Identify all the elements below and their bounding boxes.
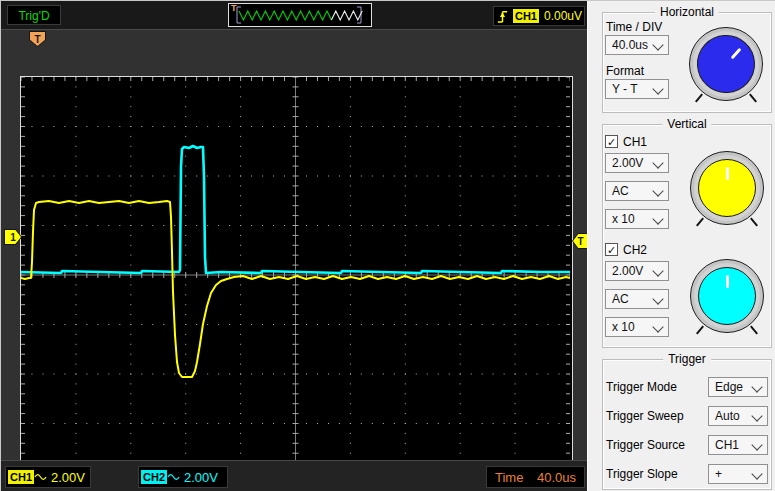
horizontal-position-knob[interactable]	[689, 27, 763, 101]
trigger-readout-panel: CH1 0.00uV	[493, 6, 585, 26]
trigger-source-badge: CH1	[513, 9, 539, 23]
ch2-probe-select[interactable]: x 10	[605, 317, 669, 337]
control-panel: Horizontal Time / DIV 40.0us Format Y - …	[587, 1, 775, 491]
time-div-select[interactable]: 40.0us	[605, 35, 669, 55]
chevron-down-icon	[652, 185, 663, 196]
ch2-coupling-option: AC	[612, 292, 629, 306]
scope-display-area: CH1:+Duty = ***** T 1 T	[1, 30, 587, 460]
trigger-sweep-label: Trigger Sweep	[606, 409, 684, 423]
time-div-label: Time / DIV	[606, 20, 662, 34]
ch1-checkbox[interactable]: ✓	[605, 135, 618, 148]
trigger-sweep-value: Auto	[715, 409, 740, 423]
ch2-scale-value: 2.00V	[184, 470, 218, 485]
scope-grid-and-waveforms	[21, 77, 570, 473]
ch1-probe-select[interactable]: x 10	[605, 209, 669, 229]
knob-face	[685, 23, 767, 105]
ch2-checkbox-label: CH2	[623, 243, 647, 257]
chevron-down-icon	[652, 321, 663, 332]
marker-label: 1	[5, 230, 21, 244]
oscilloscope-app: Trig'D T CH1 0.00uV CH1:+Duty = ***** T	[0, 0, 775, 491]
ch2-badge: CH2	[141, 470, 167, 484]
knob-face	[698, 159, 756, 217]
ch2-checkbox[interactable]: ✓	[605, 243, 618, 256]
marker-label: T	[30, 32, 45, 46]
chevron-down-icon	[652, 265, 663, 276]
preview-waveform-icon	[229, 4, 371, 26]
marker-label: T	[573, 234, 588, 248]
trigger-status-text: Trig'D	[18, 9, 49, 23]
ch2-position-knob[interactable]	[690, 259, 764, 333]
time-value: 40.0us	[537, 470, 576, 485]
ch2-status-panel[interactable]: CH2 2.00V	[138, 466, 228, 488]
knob-ring	[690, 259, 764, 333]
trigger-position-marker[interactable]: T	[29, 31, 46, 47]
ch1-coupling-option: AC	[612, 184, 629, 198]
time-div-value: 40.0us	[612, 38, 648, 52]
time-label: Time	[495, 470, 523, 485]
trigger-mode-value: Edge	[715, 380, 743, 394]
chevron-down-icon	[751, 410, 762, 421]
ch1-ground-marker[interactable]: 1	[4, 229, 22, 245]
knob-pointer	[726, 275, 729, 288]
ch1-scale-option: 2.00V	[612, 156, 643, 170]
trigger-source-label: Trigger Source	[606, 438, 685, 452]
format-value: Y - T	[612, 82, 638, 96]
trigger-slope-value: +	[715, 467, 722, 481]
trigger-sweep-select[interactable]: Auto	[708, 406, 768, 426]
ch2-coupling-select[interactable]: AC	[605, 289, 669, 309]
ac-coupling-icon	[167, 472, 180, 482]
trigger-level-value: 0.00uV	[544, 9, 582, 23]
chevron-down-icon	[751, 439, 762, 450]
knob-pointer	[726, 167, 729, 180]
ch2-scale-option: 2.00V	[612, 264, 643, 278]
format-label: Format	[606, 64, 644, 78]
time-status-panel: Time 40.0us	[486, 466, 585, 488]
trigger-group-title: Trigger	[663, 352, 711, 366]
check-icon: ✓	[607, 244, 616, 256]
ch2-probe-option: x 10	[612, 320, 635, 334]
trigger-mode-select[interactable]: Edge	[708, 377, 768, 397]
ac-coupling-icon	[34, 472, 47, 482]
knob-pointer	[730, 47, 741, 59]
knob-ring	[690, 151, 764, 225]
ch1-scale-select[interactable]: 2.00V	[605, 153, 669, 173]
chevron-down-icon	[751, 381, 762, 392]
ch2-scale-select[interactable]: 2.00V	[605, 261, 669, 281]
ch1-scale-value: 2.00V	[51, 470, 85, 485]
trigger-slope-label: Trigger Slope	[606, 467, 678, 481]
vertical-group-title: Vertical	[662, 117, 711, 131]
chevron-down-icon	[652, 39, 663, 50]
ch1-status-panel[interactable]: CH1 2.00V	[5, 466, 91, 488]
ch1-coupling-select[interactable]: AC	[605, 181, 669, 201]
horizontal-group-title: Horizontal	[655, 5, 719, 19]
ch1-probe-option: x 10	[612, 212, 635, 226]
format-select[interactable]: Y - T	[605, 79, 669, 99]
trigger-source-select[interactable]: CH1	[708, 435, 768, 455]
ch1-checkbox-label: CH1	[623, 135, 647, 149]
trigger-slope-select[interactable]: +	[708, 464, 768, 484]
chevron-down-icon	[652, 213, 663, 224]
rising-edge-trigger-icon	[496, 8, 509, 25]
knob-face	[698, 267, 756, 325]
chevron-down-icon	[751, 468, 762, 479]
trigger-mode-label: Trigger Mode	[606, 380, 677, 394]
knob-ring	[689, 27, 763, 101]
waveform-preview[interactable]: T	[228, 3, 372, 27]
check-icon: ✓	[607, 136, 616, 148]
chevron-down-icon	[652, 157, 663, 168]
ch1-position-knob[interactable]	[690, 151, 764, 225]
trigger-source-value: CH1	[715, 438, 739, 452]
scope-screen: CH1:+Duty = *****	[20, 76, 573, 476]
bottom-status-bar: CH1 2.00V CH2 2.00V Time 40.0us	[1, 460, 587, 491]
top-status-bar: Trig'D T CH1 0.00uV	[1, 1, 587, 30]
preview-trigger-marker: T	[231, 3, 237, 13]
chevron-down-icon	[652, 83, 663, 94]
trigger-status-panel: Trig'D	[7, 5, 61, 25]
ch1-badge: CH1	[8, 470, 34, 484]
chevron-down-icon	[652, 293, 663, 304]
